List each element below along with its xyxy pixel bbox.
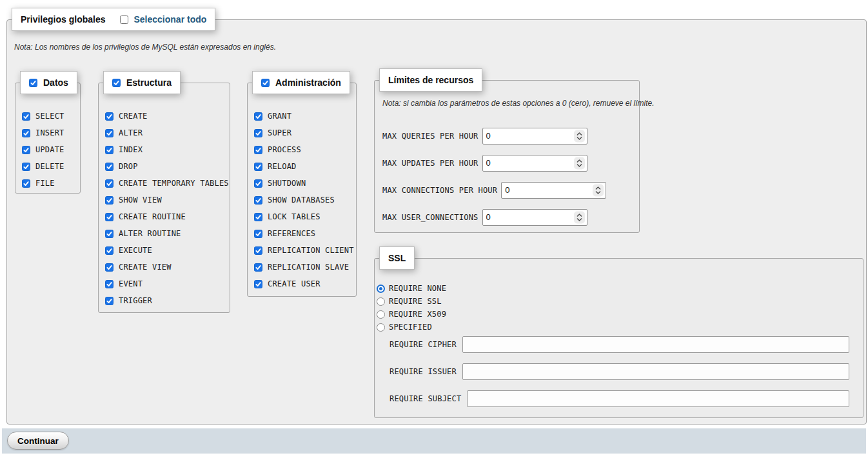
privilege-row[interactable]: SHOW VIEW <box>105 192 226 208</box>
checkbox-checked-icon[interactable] <box>105 246 113 255</box>
group-datos-fieldset: Datos SELECT INSERT UPDATE DELETE FILE <box>15 83 81 194</box>
checkbox-checked-icon[interactable] <box>105 179 113 188</box>
privilege-row[interactable]: INDEX <box>105 141 226 158</box>
checkbox-checked-icon[interactable] <box>254 246 262 255</box>
group-estructura-title[interactable]: Estructura <box>126 77 172 88</box>
privilege-row[interactable]: UPDATE <box>22 141 76 158</box>
ssl-option-row[interactable]: SPECIFIED <box>377 321 849 334</box>
privilege-row[interactable]: SELECT <box>22 108 76 125</box>
checkbox-checked-icon[interactable] <box>105 297 113 305</box>
group-administracion-checkbox-icon[interactable] <box>261 79 270 87</box>
privilege-label: EVENT <box>119 279 143 288</box>
limit-number-value: 0 <box>486 155 491 171</box>
ssl-fields: REQUIRE CIPHER REQUIRE ISSUER REQUIRE SU… <box>377 336 849 407</box>
privilege-label: SHOW DATABASES <box>268 195 335 205</box>
limit-label: MAX QUERIES PER HOUR <box>382 132 478 141</box>
ssl-option-row[interactable]: REQUIRE X509 <box>377 308 849 321</box>
privilege-row[interactable]: REFERENCES <box>254 225 352 242</box>
privilege-row[interactable]: INSERT <box>22 125 76 141</box>
checkbox-checked-icon[interactable] <box>105 263 113 272</box>
checkbox-checked-icon[interactable] <box>105 213 113 221</box>
ssl-field-input[interactable] <box>467 390 849 407</box>
privilege-row[interactable]: SHOW DATABASES <box>254 192 352 208</box>
checkbox-checked-icon[interactable] <box>22 112 30 121</box>
checkbox-checked-icon[interactable] <box>105 112 113 121</box>
limit-number-value: 0 <box>505 183 509 198</box>
ssl-option-label: REQUIRE NONE <box>389 284 446 293</box>
checkbox-checked-icon[interactable] <box>105 129 113 137</box>
checkbox-checked-icon[interactable] <box>22 163 30 171</box>
checkbox-checked-icon[interactable] <box>254 179 262 188</box>
checkbox-checked-icon[interactable] <box>105 146 113 154</box>
checkbox-checked-icon[interactable] <box>105 163 113 171</box>
privilege-row[interactable]: EXECUTE <box>105 242 226 259</box>
privilege-label: EXECUTE <box>119 246 152 255</box>
privilege-row[interactable]: PROCESS <box>254 141 352 158</box>
continue-button[interactable]: Continuar <box>7 432 69 450</box>
radio-icon[interactable] <box>377 297 385 306</box>
checkbox-checked-icon[interactable] <box>105 196 113 205</box>
privilege-row[interactable]: DELETE <box>22 158 76 175</box>
group-estructura-checkbox-icon[interactable] <box>112 79 121 87</box>
select-all-label[interactable]: Seleccionar todo <box>134 14 207 25</box>
privilege-row[interactable]: EVENT <box>105 275 226 292</box>
limit-label: MAX CONNECTIONS PER HOUR <box>382 186 497 195</box>
group-administracion-title[interactable]: Administración <box>275 77 341 88</box>
checkbox-checked-icon[interactable] <box>254 196 262 205</box>
checkbox-checked-icon[interactable] <box>254 129 262 137</box>
ssl-field-input[interactable] <box>462 363 849 380</box>
privilege-label: GRANT <box>268 112 291 121</box>
privilege-row[interactable]: SUPER <box>254 125 352 141</box>
privilege-row[interactable]: SHUTDOWN <box>254 175 352 192</box>
privilege-row[interactable]: LOCK TABLES <box>254 208 352 225</box>
radio-icon[interactable] <box>377 310 385 319</box>
checkbox-checked-icon[interactable] <box>254 146 262 154</box>
checkbox-checked-icon[interactable] <box>105 280 113 288</box>
checkbox-checked-icon[interactable] <box>22 129 30 137</box>
limit-number-input[interactable]: 0 <box>482 128 587 145</box>
checkbox-checked-icon[interactable] <box>254 112 262 121</box>
privilege-label: SHUTDOWN <box>268 179 306 188</box>
ssl-option-row[interactable]: REQUIRE SSL <box>377 295 849 308</box>
privilege-row[interactable]: REPLICATION CLIENT <box>254 242 352 259</box>
checkbox-checked-icon[interactable] <box>22 179 30 188</box>
privilege-row[interactable]: CREATE VIEW <box>105 259 226 275</box>
privilege-row[interactable]: RELOAD <box>254 158 352 175</box>
privilege-label: CREATE TEMPORARY TABLES <box>119 179 229 188</box>
radio-icon[interactable] <box>377 323 385 332</box>
privilege-row[interactable]: ALTER ROUTINE <box>105 225 226 242</box>
group-datos-checkbox-icon[interactable] <box>29 79 37 87</box>
privilege-row[interactable]: FILE <box>22 175 76 192</box>
ssl-field-input[interactable] <box>462 336 849 353</box>
global-privileges-page: Privilegios globales Seleccionar todo No… <box>0 0 868 460</box>
spinner-icon[interactable] <box>574 130 585 143</box>
checkbox-checked-icon[interactable] <box>254 230 262 238</box>
privilege-row[interactable]: CREATE USER <box>254 275 352 292</box>
checkbox-checked-icon[interactable] <box>105 230 113 238</box>
group-administracion-legend: Administración <box>252 71 350 94</box>
group-administracion-fieldset: Administración GRANT SUPER PROCESS RELOA… <box>247 83 357 297</box>
checkbox-checked-icon[interactable] <box>254 280 262 288</box>
select-all-checkbox-icon[interactable] <box>120 15 128 24</box>
privilege-row[interactable]: REPLICATION SLAVE <box>254 259 352 275</box>
privilege-row[interactable]: CREATE <box>105 108 226 125</box>
limit-number-input[interactable]: 0 <box>482 155 587 172</box>
privilege-row[interactable]: CREATE TEMPORARY TABLES <box>105 175 226 192</box>
checkbox-checked-icon[interactable] <box>254 163 262 171</box>
spinner-icon[interactable] <box>593 185 604 197</box>
privilege-row[interactable]: CREATE ROUTINE <box>105 208 226 225</box>
checkbox-checked-icon[interactable] <box>22 146 30 154</box>
privilege-row[interactable]: DROP <box>105 158 226 175</box>
spinner-icon[interactable] <box>574 212 585 224</box>
checkbox-checked-icon[interactable] <box>254 213 262 221</box>
privilege-row[interactable]: GRANT <box>254 108 352 125</box>
radio-icon[interactable] <box>377 285 385 293</box>
privilege-row[interactable]: TRIGGER <box>105 292 226 309</box>
group-datos-title[interactable]: Datos <box>43 77 68 88</box>
checkbox-checked-icon[interactable] <box>254 263 262 272</box>
spinner-icon[interactable] <box>574 157 585 170</box>
privilege-row[interactable]: ALTER <box>105 125 226 141</box>
limit-number-input[interactable]: 0 <box>482 209 587 226</box>
ssl-option-row[interactable]: REQUIRE NONE <box>377 282 849 295</box>
limit-number-input[interactable]: 0 <box>501 182 606 199</box>
